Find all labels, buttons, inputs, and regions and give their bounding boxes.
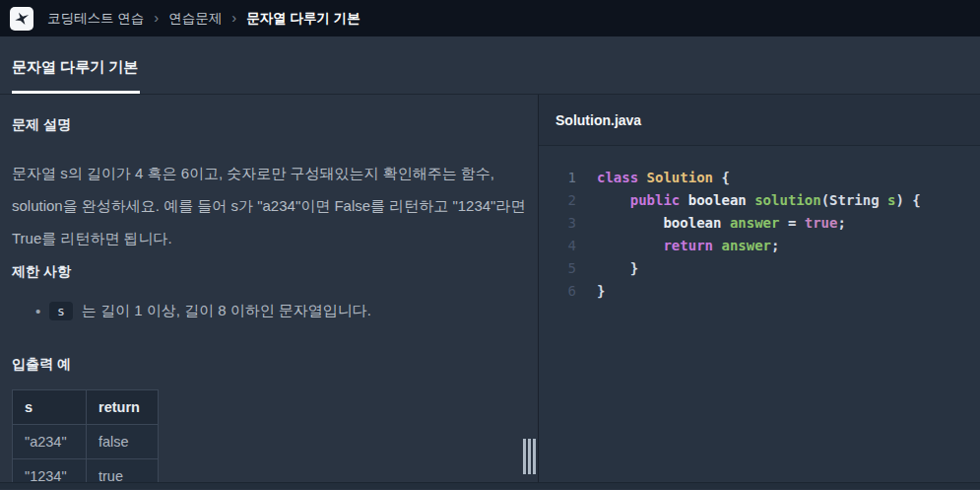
constraint-item: s는 길이 1 이상, 길이 8 이하인 문자열입니다. (12, 302, 526, 320)
line-number: 2 (539, 189, 576, 212)
code-line: 2 public boolean solution(String s) { (539, 189, 980, 212)
line-number: 3 (539, 212, 576, 235)
breadcrumb-separator-icon: › (231, 10, 236, 25)
breadcrumb-item[interactable]: 코딩테스트 연습 (47, 10, 144, 28)
line-number: 4 (539, 235, 576, 257)
table-cell: false (87, 425, 159, 459)
inline-code-chip: s (49, 302, 73, 320)
code-line: 6} (539, 280, 980, 303)
line-number: 5 (539, 257, 576, 280)
code-line: 5 } (539, 257, 980, 280)
resize-grip-bar (528, 439, 531, 474)
table-row: "a234"false (13, 425, 159, 459)
table-row: "1234"true (13, 459, 159, 483)
table-cell: "1234" (13, 459, 87, 483)
description-text: 문자열 s의 길이가 4 혹은 6이고, 숫자로만 구성돼있는지 확인해주는 함… (12, 157, 528, 254)
code-line-source: } (597, 257, 638, 280)
table-header-cell: s (13, 390, 87, 425)
constraints-title: 제한 사항 (12, 263, 526, 281)
panel-resize-handle[interactable] (523, 439, 536, 474)
resize-grip-bar (533, 439, 536, 474)
table-cell: "a234" (13, 425, 87, 459)
top-navigation-bar: 코딩테스트 연습›연습문제›문자열 다루기 기본 (0, 0, 980, 36)
constraints-list: s는 길이 1 이상, 길이 8 이하인 문자열입니다. (12, 302, 526, 320)
examples-table: sreturn "a234"false"1234"true (12, 389, 159, 482)
editor-header: Solution.java (539, 95, 980, 146)
constraint-text: 는 길이 1 이상, 길이 8 이하인 문자열입니다. (82, 302, 371, 320)
breadcrumb-item[interactable]: 연습문제 (168, 10, 222, 28)
table-header-cell: return (87, 390, 159, 425)
code-line: 4 return answer; (539, 235, 980, 257)
breadcrumb-separator-icon: › (154, 10, 159, 25)
problem-description-panel: 문제 설명 문자열 s의 길이가 4 혹은 6이고, 숫자로만 구성돼있는지 확… (0, 95, 539, 482)
tab-problem-title[interactable]: 문자열 다루기 기본 (12, 58, 140, 94)
breadcrumb: 코딩테스트 연습›연습문제›문자열 다루기 기본 (47, 10, 360, 28)
code-line-source: return answer; (597, 235, 779, 257)
examples-table-body: "a234"false"1234"true (13, 425, 159, 483)
code-line: 3 boolean answer = true; (539, 212, 980, 235)
code-line-source: } (597, 280, 605, 303)
problem-tab-strip: 문자열 다루기 기본 (0, 36, 980, 95)
code-line-source: boolean answer = true; (597, 212, 846, 235)
programmers-bird-icon (13, 10, 31, 28)
code-line: 1class Solution { (539, 167, 980, 189)
editor-filename: Solution.java (555, 112, 641, 128)
code-editor[interactable]: 1class Solution {2 public boolean soluti… (539, 146, 980, 482)
table-cell: true (87, 459, 159, 483)
line-number: 6 (539, 280, 576, 303)
code-line-source: class Solution { (597, 167, 730, 189)
resize-grip-bar (523, 439, 526, 474)
examples-table-header-row: sreturn (13, 390, 159, 425)
code-editor-panel: Solution.java 1class Solution {2 public … (539, 95, 980, 482)
programmers-logo[interactable] (10, 7, 33, 31)
examples-title: 입출력 예 (12, 356, 526, 374)
main-split: 문제 설명 문자열 s의 길이가 4 혹은 6이고, 숫자로만 구성돼있는지 확… (0, 95, 980, 482)
line-number: 1 (539, 167, 576, 189)
description-title: 문제 설명 (12, 116, 526, 134)
bottom-toolbar-edge (0, 482, 980, 489)
breadcrumb-item: 문자열 다루기 기본 (246, 10, 360, 28)
code-line-source: public boolean solution(String s) { (597, 189, 921, 212)
